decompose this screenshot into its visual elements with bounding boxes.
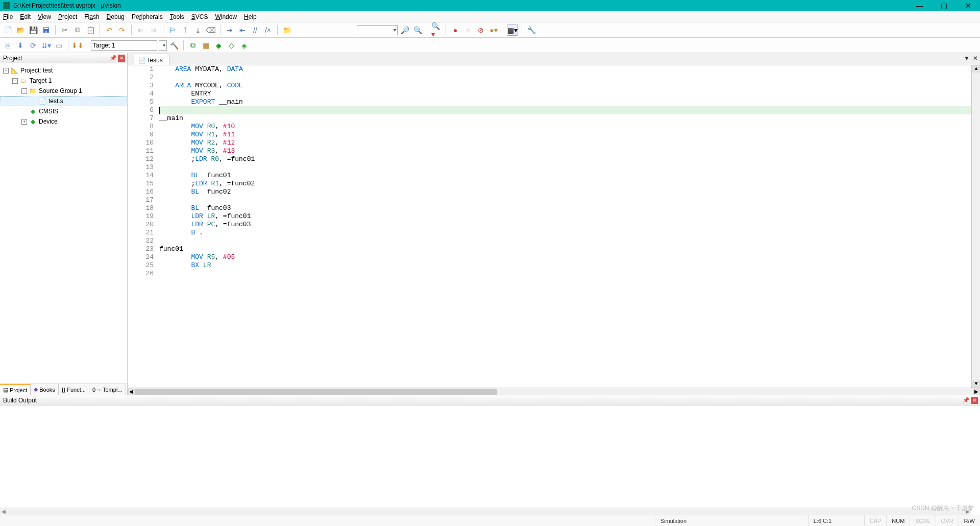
- batch-build-icon[interactable]: ⇊▾: [40, 40, 52, 51]
- panel-close-icon[interactable]: ✕: [118, 55, 125, 62]
- tab-functions[interactable]: {}Funct...: [59, 384, 89, 395]
- menu-peripherals[interactable]: Peripherals: [132, 13, 163, 20]
- menu-tools[interactable]: Tools: [170, 13, 184, 20]
- build-horizontal-scrollbar[interactable]: ◀ ▶: [0, 508, 971, 515]
- find-icon[interactable]: 🔎: [399, 25, 410, 36]
- tree-group[interactable]: − 📁 Source Group 1: [0, 86, 127, 96]
- scrollbar-thumb[interactable]: [135, 389, 497, 395]
- breakpoint-kill-icon[interactable]: ⊘: [475, 25, 486, 36]
- minimize-button[interactable]: —: [913, 2, 926, 10]
- pin-icon[interactable]: 📌: [963, 397, 970, 403]
- tab-dropdown-icon[interactable]: ▼: [964, 55, 970, 62]
- nav-back-icon[interactable]: ⇐: [135, 25, 146, 36]
- close-button[interactable]: ✕: [962, 2, 975, 10]
- find-combo[interactable]: [357, 25, 398, 35]
- tree-device[interactable]: + ◆ Device: [0, 116, 127, 127]
- scroll-left-icon[interactable]: ◀: [0, 508, 7, 515]
- rebuild-icon[interactable]: ⟳: [28, 40, 39, 51]
- paste-icon[interactable]: 📋: [85, 25, 96, 36]
- expand-icon[interactable]: −: [21, 88, 27, 94]
- breakpoint-disable-icon[interactable]: ○: [462, 25, 474, 36]
- download-icon[interactable]: ⬇⬇: [72, 40, 83, 51]
- bookmark-clear-icon[interactable]: ⌫: [205, 25, 216, 36]
- menu-view[interactable]: View: [38, 13, 51, 20]
- menu-edit[interactable]: Edit: [20, 13, 31, 20]
- breakpoint-insert-icon[interactable]: ●: [450, 25, 461, 36]
- books-window-icon[interactable]: ◈: [238, 40, 250, 51]
- cut-icon[interactable]: ✂: [59, 25, 70, 36]
- uncomment-icon[interactable]: /×: [262, 25, 274, 36]
- project-panel-title: Project 📌 ✕: [0, 53, 127, 63]
- pack-installer-icon[interactable]: ◆: [213, 40, 224, 51]
- bookmark-next-icon[interactable]: ⤓: [192, 25, 204, 36]
- stop-build-icon[interactable]: ▭: [53, 40, 64, 51]
- status-ovr: OVR: [936, 515, 959, 526]
- redo-icon[interactable]: ↷: [116, 25, 128, 36]
- tab-project[interactable]: ▤Project: [0, 384, 31, 395]
- vertical-scrollbar[interactable]: ▲ ▼: [971, 65, 980, 388]
- new-file-icon[interactable]: 📄: [2, 25, 13, 36]
- editor-tab-tests[interactable]: 📄 test.s: [134, 54, 169, 65]
- menu-svcs[interactable]: SVCS: [191, 13, 208, 20]
- save-icon[interactable]: 💾: [28, 25, 39, 36]
- scroll-down-icon[interactable]: ▼: [972, 380, 980, 388]
- menu-file[interactable]: File: [3, 13, 13, 20]
- window-layout-icon[interactable]: ▤▾: [507, 25, 518, 36]
- copy-icon[interactable]: ⧉: [72, 25, 83, 36]
- tree-target[interactable]: − 🗂 Target 1: [0, 76, 127, 86]
- target-icon: 🗂: [19, 77, 28, 84]
- target-select[interactable]: [91, 40, 157, 51]
- target-select-arrow[interactable]: [159, 40, 167, 51]
- folder-icon: 📁: [29, 87, 37, 94]
- maximize-button[interactable]: ▢: [937, 2, 950, 10]
- manage-rte-icon[interactable]: ◇: [226, 40, 237, 51]
- expand-icon[interactable]: +: [21, 119, 27, 125]
- tab-books[interactable]: ◆Books: [31, 384, 59, 395]
- debug-session-icon[interactable]: 🔍▾: [431, 25, 442, 36]
- bookmark-prev-icon[interactable]: ⤒: [180, 25, 191, 36]
- status-scrl: SCRL: [910, 515, 935, 526]
- manage-components-icon[interactable]: ⧉: [187, 40, 199, 51]
- tab-close-icon[interactable]: ✕: [973, 55, 978, 62]
- build-output-body[interactable]: ◀ ▶: [0, 405, 980, 515]
- breakpoint-killall-icon[interactable]: ●▾: [488, 25, 499, 36]
- menu-debug[interactable]: Debug: [107, 13, 125, 20]
- translate-icon[interactable]: ⎘: [2, 40, 13, 51]
- scroll-left-icon[interactable]: ◀: [128, 388, 135, 395]
- indent-icon[interactable]: ⇥: [224, 25, 235, 36]
- build-output-label: Build Output: [3, 397, 37, 404]
- tab-templates[interactable]: 0→Templ...: [89, 384, 126, 395]
- find-in-files-icon[interactable]: 📁: [281, 25, 292, 36]
- title-bar: G:\KeilProject\test\test.uvprojx - µVisi…: [0, 0, 980, 11]
- incremental-find-icon[interactable]: 🔍: [412, 25, 423, 36]
- panel-close-icon[interactable]: ✕: [971, 397, 978, 404]
- nav-forward-icon[interactable]: ⇒: [148, 25, 159, 36]
- configure-icon[interactable]: 🔧: [526, 25, 537, 36]
- horizontal-scrollbar[interactable]: ◀ ▶: [128, 388, 980, 395]
- undo-icon[interactable]: ↶: [104, 25, 115, 36]
- outdent-icon[interactable]: ⇤: [237, 25, 248, 36]
- code-editor[interactable]: 1234567891011121314151617181920212223242…: [128, 65, 980, 388]
- tree-root[interactable]: − 📐 Project: test: [0, 65, 127, 76]
- component-icon: ◆: [29, 118, 37, 125]
- tree-file[interactable]: 📄 test.s: [0, 96, 127, 106]
- build-icon[interactable]: ⬇: [15, 40, 26, 51]
- menu-window[interactable]: Window: [215, 13, 237, 20]
- editor-area: 📄 test.s ▼ ✕ 123456789101112131415161718…: [128, 53, 980, 395]
- menu-help[interactable]: Help: [244, 13, 257, 20]
- open-file-icon[interactable]: 📂: [15, 25, 26, 36]
- comment-icon[interactable]: //: [250, 25, 261, 36]
- scroll-up-icon[interactable]: ▲: [972, 65, 980, 73]
- project-tree[interactable]: − 📐 Project: test − 🗂 Target 1 − 📁 Sourc…: [0, 63, 127, 384]
- scroll-right-icon[interactable]: ▶: [973, 388, 980, 395]
- menu-flash[interactable]: Flash: [84, 13, 99, 20]
- select-packs-icon[interactable]: ▦: [200, 40, 211, 51]
- target-options-icon[interactable]: 🔨: [168, 40, 180, 51]
- expand-icon[interactable]: −: [3, 68, 9, 74]
- pin-icon[interactable]: 📌: [110, 55, 117, 61]
- save-all-icon[interactable]: 🖬: [40, 25, 52, 36]
- expand-icon[interactable]: −: [12, 78, 18, 84]
- menu-project[interactable]: Project: [58, 13, 77, 20]
- bookmark-toggle-icon[interactable]: 🏳: [167, 25, 178, 36]
- tree-cmsis[interactable]: ◆ CMSIS: [0, 106, 127, 116]
